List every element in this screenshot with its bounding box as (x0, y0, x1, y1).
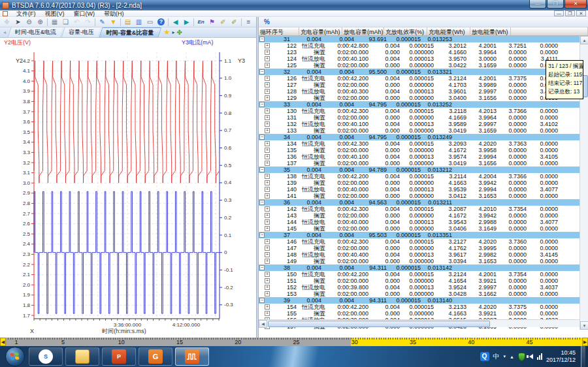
step-detail-row[interactable]: +123搁置0:02:00.0000.0000.0000004.16603.99… (259, 49, 588, 56)
favorite-star-icon[interactable]: ★ (164, 28, 171, 37)
security-shield-icon[interactable] (518, 353, 525, 361)
collapse-icon[interactable]: − (259, 167, 265, 172)
maximize-button[interactable]: ❐ (547, 0, 564, 8)
step-detail-row[interactable]: +140恒流放电0:00:40.0000.0040.0000133.95392.… (259, 186, 588, 193)
step-detail-row[interactable]: +146恒流充电0:00:42.3000.0040.0000153.21274.… (259, 238, 588, 245)
column-header[interactable]: 充电能量(Wh) (427, 27, 470, 35)
step-detail-row[interactable]: +147搁置0:02:00.0000.0000.0000004.17623.99… (259, 245, 588, 251)
cursor-icon[interactable]: ➤ (12, 18, 24, 27)
expand-icon[interactable]: + (265, 141, 270, 146)
open-file-icon[interactable]: ▤ (122, 18, 133, 27)
expand-icon[interactable]: + (265, 128, 270, 133)
step-detail-row[interactable]: +142恒流充电0:00:42.3000.0040.0000153.20874.… (259, 206, 588, 212)
edit-curve-icon[interactable]: ✐ (218, 18, 229, 27)
horizontal-scroll-thumb[interactable] (268, 321, 490, 327)
expand-icon[interactable]: + (265, 121, 270, 127)
step-detail-row[interactable]: +132恒流放电0:00:40.1000.0040.0000133.95892.… (259, 121, 588, 127)
expand-icon[interactable]: + (265, 154, 270, 159)
title-bar[interactable]: BTSDA 7.6.0.47(2017.03.04) (R3) - [2-2.n… (0, 0, 588, 10)
step-detail-row[interactable]: +135搁置0:02:00.0000.0000.0000004.16723.99… (259, 147, 588, 153)
step-detail-row[interactable]: +127搁置0:02:00.0000.0000.0000004.17033.99… (259, 82, 588, 88)
table-header-row[interactable]: 循环序号充电容量(mAh)放电容量(mAh)充放电效率(%)充电能量(Wh)放电… (259, 27, 588, 36)
language-en-icon[interactable]: En (195, 18, 206, 27)
step-detail-row[interactable]: +145搁置0:02:00.0000.0000.0000003.04063.16… (259, 225, 588, 232)
cycle-summary-row[interactable]: −310.0040.00493.6910.0000150.013253 (259, 36, 588, 42)
expand-icon[interactable]: + (265, 95, 270, 101)
expand-icon[interactable]: + (265, 108, 270, 114)
undo-icon[interactable]: ↶ (71, 18, 82, 27)
pan-icon[interactable]: ✥ (1, 18, 12, 27)
cycle-summary-row[interactable]: −380.0040.00494.3110.0000150.013142 (259, 264, 588, 271)
column-header[interactable]: 充电容量(mAh) (299, 27, 342, 35)
step-detail-row[interactable]: +139搁置0:02:00.0000.0000.0000004.16633.99… (259, 180, 588, 186)
column-header[interactable]: 循环序号 (259, 27, 299, 35)
expand-icon[interactable]: + (265, 311, 270, 316)
expand-icon[interactable]: + (265, 89, 270, 94)
step-detail-row[interactable]: +153搁置0:02:00.0000.0000.0000003.04283.16… (259, 291, 588, 297)
expand-icon[interactable]: + (265, 272, 270, 277)
taskbar-clock[interactable]: 10:45 2017/12/12 (546, 349, 577, 364)
cycle-summary-row[interactable]: −370.0040.00495.5030.0000150.013351 (259, 232, 588, 238)
expand-icon[interactable]: + (265, 252, 270, 257)
step-detail-row[interactable]: +133搁置0:02:00.0000.0000.0000003.04193.16… (259, 127, 588, 134)
step-detail-row[interactable]: +131搁置0:02:00.0000.0000.0000004.16693.99… (259, 114, 588, 121)
horizontal-scrollbar[interactable]: ◀ ▶ (259, 319, 588, 327)
menu-item[interactable]: 帮助(H) (99, 10, 129, 17)
expand-icon[interactable]: + (265, 219, 270, 225)
waveform-chart[interactable]: 1.71.81.92.02.12.22.32.42.52.62.72.82.93… (0, 38, 256, 338)
mdi-document-icon[interactable] (3, 11, 8, 16)
scroll-up-icon[interactable]: ▲ (580, 36, 588, 44)
redo-icon[interactable]: ↷ (82, 18, 93, 27)
prev-step-icon[interactable]: ◀ (170, 18, 181, 27)
step-detail-row[interactable]: +149搁置0:02:00.0000.0000.0000003.03943.16… (259, 258, 588, 264)
step-detail-row[interactable]: +137搁置0:02:00.0000.0000.0000003.04193.16… (259, 160, 588, 167)
start-button[interactable] (5, 347, 25, 366)
zoom-out-icon[interactable]: ⊖ (24, 18, 35, 27)
expand-icon[interactable]: + (265, 239, 270, 244)
expand-icon[interactable]: + (265, 213, 270, 218)
select-region-icon[interactable]: ▦ (49, 18, 60, 27)
step-detail-row[interactable]: +126恒流充电0:00:42.2000.0040.0000153.21244.… (259, 75, 588, 82)
menu-item[interactable]: 窗口(W) (69, 10, 100, 17)
collapse-icon[interactable]: − (259, 69, 265, 74)
step-detail-row[interactable]: +151搁置0:02:00.0000.0000.0000004.16543.99… (259, 278, 588, 284)
edit-points-icon[interactable]: ✐ (229, 18, 240, 27)
collapse-icon[interactable]: − (259, 200, 265, 205)
expand-icon[interactable]: + (265, 82, 270, 88)
step-detail-row[interactable]: +155搁置0:02:00.0000.0000.0000004.16633.99… (259, 310, 588, 317)
expand-icon[interactable]: + (265, 43, 270, 48)
expand-icon[interactable]: + (265, 115, 270, 120)
step-detail-row[interactable]: +124恒流放电0:00:40.1000.0040.0000133.95703.… (259, 56, 588, 62)
minimize-button[interactable]: — (529, 0, 546, 8)
layout-list-icon[interactable]: ≡ (243, 18, 254, 27)
ruler-left-arrow-icon[interactable]: ◀ (0, 338, 6, 346)
chart-canvas[interactable]: 1.71.81.92.02.12.22.32.42.52.62.72.82.93… (0, 38, 256, 338)
cycle-summary-row[interactable]: −390.0040.00494.3110.0000150.013140 (259, 297, 588, 304)
step-detail-row[interactable]: +141搁置0:02:00.0000.0000.0000003.04123.16… (259, 193, 588, 199)
expand-icon[interactable]: + (265, 304, 270, 310)
step-detail-row[interactable]: +150恒流充电0:00:42.2000.0040.0000153.21244.… (259, 271, 588, 278)
expand-icon[interactable]: + (265, 63, 270, 68)
step-detail-row[interactable]: +152恒流放电0:00:39.8000.0040.0000133.95242.… (259, 284, 588, 291)
column-header[interactable]: 放电能量(Wh) (470, 27, 511, 35)
column-header[interactable]: 放电容量(mAh) (342, 27, 384, 35)
mdi-minimize-button[interactable]: — (554, 10, 564, 16)
taskbar-pdf-button[interactable]: G (139, 347, 172, 366)
cycle-range-ruler[interactable]: ◀ ▶ 151015202530354045 (0, 338, 588, 346)
expand-icon[interactable]: + (265, 148, 270, 153)
copy-curve-icon[interactable]: ❏ (60, 18, 71, 27)
expand-icon[interactable]: + (265, 174, 270, 179)
print-icon[interactable]: ▭ (144, 18, 155, 27)
step-detail-row[interactable]: +144恒流放电0:00:40.0000.0040.0000133.95432.… (259, 219, 588, 225)
expand-icon[interactable]: + (265, 193, 270, 199)
collapse-icon[interactable]: − (259, 37, 265, 42)
step-detail-row[interactable]: +129搁置0:02:00.0000.0000.0000003.04003.16… (259, 95, 588, 101)
filter-icon[interactable]: ▼ (108, 18, 119, 27)
pen-icon[interactable]: ✎ (97, 18, 108, 27)
input-method-indicator[interactable]: 中 (493, 352, 500, 361)
step-detail-row[interactable]: +143搁置0:02:00.0000.0000.0000004.16723.99… (259, 212, 588, 219)
collapse-icon[interactable]: − (259, 298, 265, 303)
cycle-summary-row[interactable]: −340.0040.00494.7950.0000150.013249 (259, 134, 588, 140)
expand-icon[interactable]: + (265, 291, 270, 296)
step-detail-row[interactable]: +134恒流充电0:00:42.3000.0040.0000153.20934.… (259, 140, 588, 147)
